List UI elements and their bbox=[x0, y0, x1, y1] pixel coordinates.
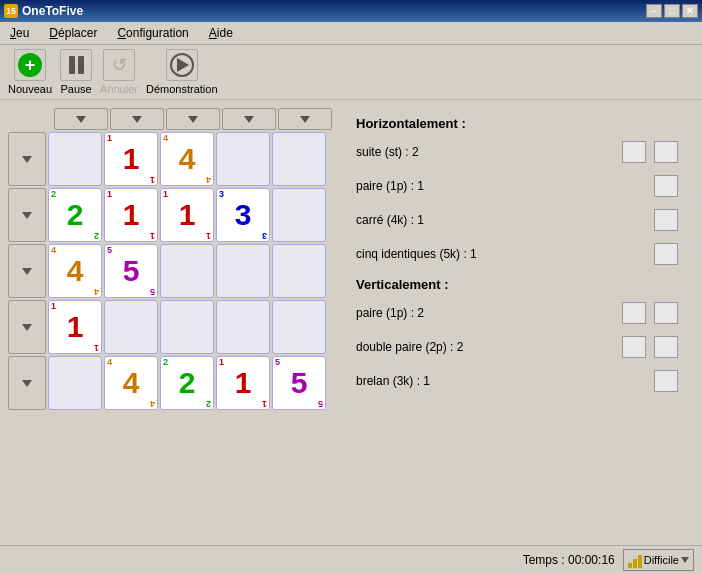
card-5-5: 5 5 5 bbox=[272, 356, 326, 410]
nouveau-button[interactable]: + Nouveau bbox=[8, 49, 52, 95]
card-4-3 bbox=[160, 300, 214, 354]
score-box-carre-1 bbox=[654, 209, 678, 231]
card-5-4-br: 1 bbox=[262, 399, 267, 408]
score-row-cinq: cinq identiques (5k) : 1 bbox=[356, 243, 678, 265]
card-3-1-br: 4 bbox=[94, 287, 99, 296]
undo-icon: ↺ bbox=[112, 54, 127, 76]
game-board: 1 1 1 4 4 4 2 2 2 1 1 1 bbox=[8, 108, 332, 541]
row-arrow-5 bbox=[22, 380, 32, 387]
card-2-1-val: 2 bbox=[67, 198, 84, 232]
menu-bar: Jeu Déplacer Configuration Aide bbox=[0, 22, 702, 45]
card-4-1-val: 1 bbox=[67, 310, 84, 344]
score-brelan-label: brelan (3k) : 1 bbox=[356, 374, 646, 388]
card-3-1-val: 4 bbox=[67, 254, 84, 288]
card-4-5 bbox=[272, 300, 326, 354]
demo-button[interactable]: Démonstration bbox=[146, 49, 218, 95]
menu-deplacer[interactable]: Déplacer bbox=[43, 24, 103, 42]
col-btn-3[interactable] bbox=[166, 108, 220, 130]
score-row-suite: suite (st) : 2 bbox=[356, 141, 678, 163]
card-5-3-br: 2 bbox=[206, 399, 211, 408]
card-5-3-val: 2 bbox=[179, 366, 196, 400]
menu-configuration[interactable]: Configuration bbox=[111, 24, 194, 42]
row-btn-4[interactable] bbox=[8, 300, 46, 354]
row-btn-3[interactable] bbox=[8, 244, 46, 298]
card-5-5-tl: 5 bbox=[275, 358, 280, 367]
pause-button[interactable]: Pause bbox=[60, 49, 92, 95]
pause-label: Pause bbox=[60, 83, 91, 95]
row-btn-1[interactable] bbox=[8, 132, 46, 186]
card-5-3-tl: 2 bbox=[163, 358, 168, 367]
annuler-icon-container: ↺ bbox=[103, 49, 135, 81]
col-btn-4[interactable] bbox=[222, 108, 276, 130]
board-row-2: 2 2 2 1 1 1 1 1 1 3 3 3 bbox=[8, 188, 332, 242]
card-3-4 bbox=[216, 244, 270, 298]
demo-label: Démonstration bbox=[146, 83, 218, 95]
maximize-button[interactable]: □ bbox=[664, 4, 680, 18]
card-2-3: 1 1 1 bbox=[160, 188, 214, 242]
window-title: OneToFive bbox=[22, 4, 646, 18]
menu-aide[interactable]: Aide bbox=[203, 24, 239, 42]
board-row-5: 4 4 4 2 2 2 1 1 1 5 5 5 bbox=[8, 356, 332, 410]
score-panel: Horizontalement : suite (st) : 2 paire (… bbox=[340, 108, 694, 541]
score-paire-h-label: paire (1p) : 1 bbox=[356, 179, 646, 193]
bar-2 bbox=[633, 559, 637, 568]
col-btn-2[interactable] bbox=[110, 108, 164, 130]
score-box-suite-2 bbox=[654, 141, 678, 163]
score-double-paire-label: double paire (2p) : 2 bbox=[356, 340, 614, 354]
score-box-paire-v-1 bbox=[622, 302, 646, 324]
row-btn-2[interactable] bbox=[8, 188, 46, 242]
card-1-3-br: 4 bbox=[206, 175, 211, 184]
card-2-3-tl: 1 bbox=[163, 190, 168, 199]
board-row-1: 1 1 1 4 4 4 bbox=[8, 132, 332, 186]
card-1-4 bbox=[216, 132, 270, 186]
card-1-1 bbox=[48, 132, 102, 186]
bar-1 bbox=[628, 563, 632, 568]
card-3-1-tl: 4 bbox=[51, 246, 56, 255]
score-row-paire-h: paire (1p) : 1 bbox=[356, 175, 678, 197]
col-btn-1[interactable] bbox=[54, 108, 108, 130]
score-box-suite-1 bbox=[622, 141, 646, 163]
minimize-button[interactable]: − bbox=[646, 4, 662, 18]
card-5-2-br: 4 bbox=[150, 399, 155, 408]
score-box-brelan-1 bbox=[654, 370, 678, 392]
score-row-carre: carré (4k) : 1 bbox=[356, 209, 678, 231]
card-3-2: 5 5 5 bbox=[104, 244, 158, 298]
card-1-3: 4 4 4 bbox=[160, 132, 214, 186]
row-arrow-4 bbox=[22, 324, 32, 331]
score-row-brelan: brelan (3k) : 1 bbox=[356, 370, 678, 392]
window-controls: − □ ✕ bbox=[646, 4, 698, 18]
main-content: 1 1 1 4 4 4 2 2 2 1 1 1 bbox=[0, 100, 702, 549]
col-arrow-3 bbox=[188, 116, 198, 123]
card-5-1 bbox=[48, 356, 102, 410]
card-2-3-val: 1 bbox=[179, 198, 196, 232]
nouveau-icon: + bbox=[14, 49, 46, 81]
app-icon: 15 bbox=[4, 4, 18, 18]
menu-jeu[interactable]: Jeu bbox=[4, 24, 35, 42]
card-1-3-tl: 4 bbox=[163, 134, 168, 143]
score-box-paire-v-2 bbox=[654, 302, 678, 324]
card-1-2-br: 1 bbox=[150, 175, 155, 184]
vertical-title: Verticalement : bbox=[356, 277, 678, 292]
row-btn-5[interactable] bbox=[8, 356, 46, 410]
horizontal-title: Horizontalement : bbox=[356, 116, 678, 131]
card-3-2-tl: 5 bbox=[107, 246, 112, 255]
close-button[interactable]: ✕ bbox=[682, 4, 698, 18]
score-paire-v-label: paire (1p) : 2 bbox=[356, 306, 614, 320]
col-btn-5[interactable] bbox=[278, 108, 332, 130]
annuler-button[interactable]: ↺ Annuler bbox=[100, 49, 138, 95]
difficulty-button[interactable]: Difficile bbox=[623, 549, 694, 571]
card-2-4-val: 3 bbox=[235, 198, 252, 232]
time-display: Temps : 00:00:16 bbox=[523, 553, 615, 567]
row-arrow-2 bbox=[22, 212, 32, 219]
card-5-5-br: 5 bbox=[318, 399, 323, 408]
col-arrow-2 bbox=[132, 116, 142, 123]
board-row-3: 4 4 4 5 5 5 bbox=[8, 244, 332, 298]
card-2-2: 1 1 1 bbox=[104, 188, 158, 242]
pause-icon-container bbox=[60, 49, 92, 81]
card-2-1-br: 2 bbox=[94, 231, 99, 240]
card-2-1: 2 2 2 bbox=[48, 188, 102, 242]
score-row-double-paire: double paire (2p) : 2 bbox=[356, 336, 678, 358]
difficulty-icon bbox=[628, 552, 642, 568]
board-row-4: 1 1 1 bbox=[8, 300, 332, 354]
card-5-2: 4 4 4 bbox=[104, 356, 158, 410]
